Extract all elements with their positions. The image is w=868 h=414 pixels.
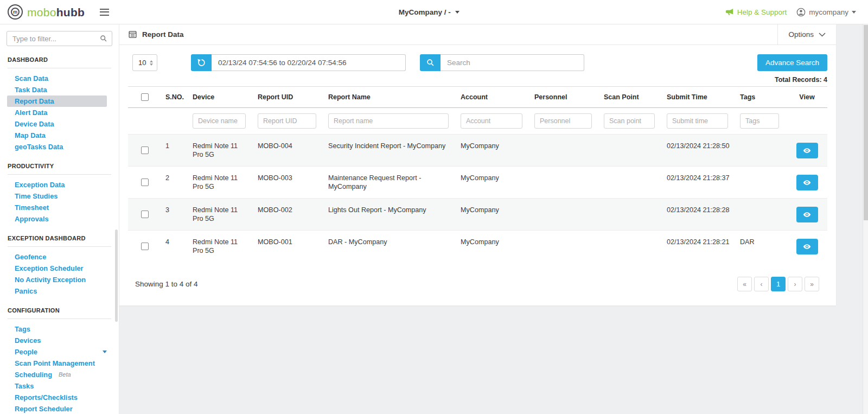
sidebar-item-exception-data[interactable]: Exception Data xyxy=(0,179,119,190)
sidebar-item-approvals[interactable]: Approvals xyxy=(0,213,119,225)
toolbar: 10 Advance Sea xyxy=(128,54,827,71)
sidebar-section-title: DASHBOARD xyxy=(0,56,119,63)
sidebar-item-time-studies[interactable]: Time Studies xyxy=(0,190,119,202)
sidebar-item-geofence[interactable]: Geofence xyxy=(0,251,119,263)
page-size-select[interactable]: 10 xyxy=(132,54,157,71)
row-checkbox[interactable] xyxy=(141,243,149,250)
sidebar-item-label: Geofence xyxy=(15,253,46,261)
cell-scan-point xyxy=(599,167,662,199)
cell-personnel xyxy=(530,135,599,167)
sidebar-scrollbar-thumb[interactable] xyxy=(115,230,118,322)
row-checkbox[interactable] xyxy=(141,179,149,186)
column-header-personnel: Personnel xyxy=(530,87,599,108)
pagination-page-1[interactable]: 1 xyxy=(771,277,786,291)
filter-cell xyxy=(188,108,253,135)
sidebar-item-tasks[interactable]: Tasks xyxy=(0,380,119,392)
user-menu-label: mycompany xyxy=(809,8,848,16)
cell-account: MyCompany xyxy=(456,231,530,263)
cell-sno: 3 xyxy=(161,199,188,231)
sidebar-item-label: Scan Point Management xyxy=(15,359,95,367)
row-checkbox-cell xyxy=(128,167,161,199)
showing-summary: Showing 1 to 4 of 4 xyxy=(135,280,198,288)
hamburger-menu-icon[interactable] xyxy=(100,9,109,16)
page-scrollbar-thumb[interactable] xyxy=(864,25,868,220)
sidebar-item-scan-data[interactable]: Scan Data xyxy=(0,73,119,84)
view-report-button[interactable] xyxy=(796,143,818,158)
view-report-button[interactable] xyxy=(796,207,818,222)
sidebar-item-label: Tasks xyxy=(15,382,34,390)
page-scrollbar[interactable] xyxy=(863,0,868,414)
sidebar-item-devices[interactable]: Devices xyxy=(0,335,119,346)
search-input[interactable] xyxy=(441,54,584,71)
pagination: «‹1›» xyxy=(737,277,827,291)
row-checkbox-cell xyxy=(128,199,161,231)
row-checkbox[interactable] xyxy=(141,211,149,218)
sidebar-item-report-scheduler[interactable]: Report Scheduler xyxy=(0,403,119,414)
cell-scan-point xyxy=(599,231,662,263)
top-bar-left: m mobohubb xyxy=(0,4,133,20)
divider xyxy=(8,174,111,175)
user-menu[interactable]: mycompany xyxy=(796,8,856,17)
filter-cell xyxy=(253,108,324,135)
sidebar-item-scheduling[interactable]: SchedulingBeta xyxy=(0,369,119,380)
cell-personnel xyxy=(530,167,599,199)
sidebar-item-people[interactable]: People xyxy=(0,346,119,358)
table-filter-row xyxy=(128,108,827,135)
sidebar-item-report-data[interactable]: Report Data xyxy=(7,95,107,107)
filter-input-report-name[interactable] xyxy=(328,113,449,129)
options-button[interactable]: Options xyxy=(777,24,836,45)
sidebar-item-reports-checklists[interactable]: Reports/Checklists xyxy=(0,392,119,403)
select-all-checkbox[interactable] xyxy=(141,93,149,101)
sidebar-item-label: No Activity Exception xyxy=(15,276,86,284)
eye-icon xyxy=(803,179,811,187)
filter-input-submit-time[interactable] xyxy=(667,113,728,129)
help-support-link[interactable]: Help & Support xyxy=(725,8,787,16)
sidebar-section-configuration: CONFIGURATIONTagsDevicesPeopleScan Point… xyxy=(0,307,119,414)
sidebar-item-tags[interactable]: Tags xyxy=(0,323,119,335)
sidebar-item-label: Time Studies xyxy=(15,192,58,200)
company-selector[interactable]: MyCompany / - xyxy=(399,8,459,16)
row-checkbox[interactable] xyxy=(141,147,149,154)
brand-logo-icon: m xyxy=(8,4,23,20)
filter-input-personnel[interactable] xyxy=(534,113,592,129)
date-range-input[interactable] xyxy=(212,54,406,71)
filter-input-tags[interactable] xyxy=(740,113,779,129)
brand-logo[interactable]: m mobohubb xyxy=(8,4,85,20)
filter-input-report-uid[interactable] xyxy=(258,113,316,129)
filter-input-scan-point[interactable] xyxy=(604,113,655,129)
refresh-button[interactable] xyxy=(191,54,212,71)
sidebar-filter-input[interactable] xyxy=(7,31,112,46)
filter-input-device-name[interactable] xyxy=(193,113,246,129)
sidebar-section-title: EXCEPTION DASHBOARD xyxy=(0,235,119,242)
sidebar-item-scan-point-management[interactable]: Scan Point Management xyxy=(0,358,119,369)
table-header-row: S.NO.DeviceReport UIDReport NameAccountP… xyxy=(128,87,827,108)
pagination-last[interactable]: » xyxy=(805,277,819,291)
sidebar-item-label: Report Data xyxy=(15,97,54,105)
sidebar-item-no-activity-exception[interactable]: No Activity Exception xyxy=(0,274,119,285)
sidebar-item-geotasks-data[interactable]: geoTasks Data xyxy=(0,141,119,152)
brand-logo-letter: m xyxy=(11,8,20,16)
view-report-button[interactable] xyxy=(796,239,818,254)
options-label: Options xyxy=(788,30,814,39)
sidebar-item-alert-data[interactable]: Alert Data xyxy=(0,107,119,118)
user-icon xyxy=(796,8,806,17)
pagination-first[interactable]: « xyxy=(737,277,752,291)
filter-cell xyxy=(736,108,787,135)
pagination-next[interactable]: › xyxy=(788,277,802,291)
filter-cell xyxy=(662,108,736,135)
sidebar-item-panics[interactable]: Panics xyxy=(0,285,119,297)
sidebar-item-task-data[interactable]: Task Data xyxy=(0,84,119,95)
sidebar-item-map-data[interactable]: Map Data xyxy=(0,130,119,141)
view-report-button[interactable] xyxy=(796,175,818,190)
panel-title-bar: Report Data Options xyxy=(119,24,836,45)
sidebar-item-label: Exception Scheduler xyxy=(15,264,84,272)
sidebar-item-timesheet[interactable]: Timesheet xyxy=(0,202,119,213)
sidebar-item-exception-scheduler[interactable]: Exception Scheduler xyxy=(0,263,119,274)
report-table: S.NO.DeviceReport UIDReport NameAccountP… xyxy=(128,86,827,262)
sidebar-item-device-data[interactable]: Device Data xyxy=(0,118,119,130)
filter-input-account[interactable] xyxy=(461,113,522,129)
advance-search-button[interactable]: Advance Search xyxy=(757,54,827,71)
pagination-prev[interactable]: ‹ xyxy=(754,277,769,291)
search-button[interactable] xyxy=(420,54,441,71)
sidebar-item-label: Device Data xyxy=(15,120,54,128)
